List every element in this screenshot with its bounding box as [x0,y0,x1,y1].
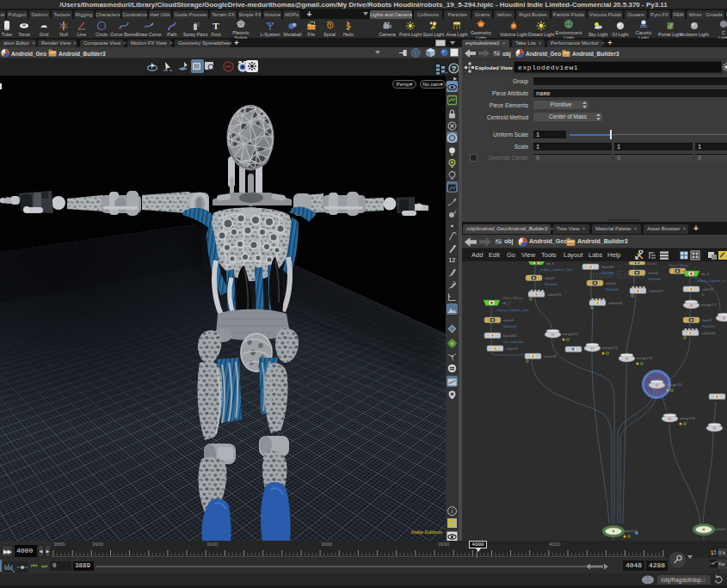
svg-text:i: i [451,507,453,515]
svg-text:clean72: clean72 [506,346,519,351]
svg-text:merge271: merge271 [701,303,718,307]
svg-text:stash9: stash9 [503,318,514,322]
svg-text:merge172: merge172 [563,332,579,336]
svg-text:subnet36: subnet36 [608,301,623,305]
svg-text:merge176: merge176 [680,416,696,420]
svg-text:T: T [213,21,219,31]
svg-text:subnet55: subnet55 [547,292,562,297]
svg-text:stash7: stash7 [702,318,713,322]
svg-text:subnet16: subnet16 [701,331,716,335]
svg-text:subnet17: subnet17 [649,289,663,293]
svg-text:ob_4: ob_4 [701,272,710,276]
svg-text:stash9: stash9 [545,276,556,280]
svg-text:stash4: stash4 [647,261,658,266]
svg-text:stash6: stash6 [648,271,659,275]
svg-text:stash6: stash6 [606,281,617,285]
svg-text:Stashed: Stashed [702,324,715,328]
svg-text:?: ? [452,64,457,73]
svg-text:ob_3: ob_3 [546,261,555,266]
svg-text:Stashed: Stashed [545,282,558,286]
svg-text:2: 2 [453,280,455,285]
svg-text:Stashed: Stashed [648,277,661,281]
svg-text:switch1: switch1 [714,527,726,531]
svg-text:blast265: blast265 [601,265,615,269]
svg-text:merge272: merge272 [602,346,619,350]
svg-text:blast268: blast268 [503,334,517,338]
svg-text:switch12: switch12 [624,529,638,533]
svg-text:Stashed: Stashed [606,287,619,291]
svg-text:0.94984: 0.94984 [601,271,614,275]
svg-text:_output_Capture_Geo: _output_Capture_Geo [538,267,573,272]
svg-text:merge276: merge276 [637,356,653,360]
svg-text:not: selection: not: selection [503,340,524,344]
svg-text:_output_Capture_G: _output_Capture_G [694,279,725,283]
svg-text:sorter38: sorter38 [544,354,557,358]
svg-text:Stashed: Stashed [503,324,516,328]
svg-text:color33: color33 [702,287,714,291]
svg-text:c: c [584,347,586,352]
svg-text:ob_7: ob_7 [502,301,511,305]
svg-text:Object Merge: Object Merge [502,296,524,300]
svg-text:Object Merge: Object Merge [668,263,690,267]
svg-text:merge275: merge275 [667,383,683,387]
svg-text:_output_Capture_Geo: _output_Capture_Geo [494,308,529,312]
